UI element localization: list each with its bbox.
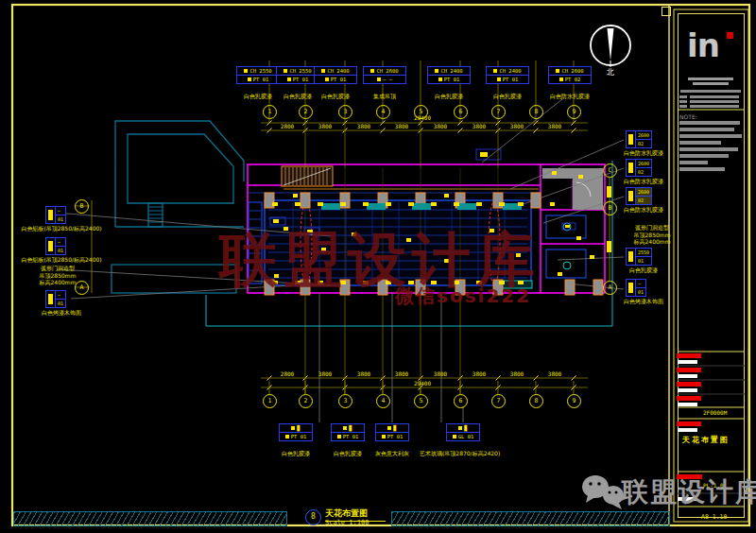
light-fixture	[318, 202, 323, 206]
light-fixture	[454, 202, 459, 206]
north-arrow-icon	[591, 26, 630, 67]
bottom-hatch-left	[13, 511, 287, 526]
light-fixture	[293, 194, 298, 198]
drawing-code-2: A8-1.10	[701, 513, 727, 521]
light-fixture	[476, 202, 482, 206]
note-label: NOTE:	[679, 113, 697, 120]
light-fixture	[499, 202, 505, 206]
wechat-icon	[576, 471, 626, 510]
light-fixture	[340, 202, 346, 206]
column	[593, 280, 603, 295]
light-fixture	[272, 202, 278, 206]
bottom-hatch-right	[391, 511, 670, 526]
light-fixture	[431, 202, 437, 206]
light-fixture	[550, 202, 555, 206]
light-fixture	[408, 202, 414, 206]
light-fixture	[552, 171, 557, 175]
light-fixture	[444, 194, 449, 198]
light-fixture	[590, 255, 594, 259]
teal-beam	[367, 203, 386, 210]
north-label: 北	[603, 67, 618, 77]
logo-red-dot	[727, 32, 733, 39]
light-fixture	[295, 202, 301, 206]
column	[531, 193, 541, 208]
light-fixture	[576, 236, 581, 240]
axis-pill	[607, 186, 611, 198]
column	[301, 193, 310, 208]
drawing-title-scale: Scale 1:100	[325, 519, 369, 526]
company-logo: in	[687, 26, 719, 64]
light-fixture	[386, 202, 391, 206]
cad-sheet: 8 天花布置图 Scale 1:100 北 in NOTE: 2F0000M 天…	[0, 0, 756, 533]
teal-beam	[412, 203, 431, 210]
drawing-title-bubble: 8	[305, 509, 321, 525]
teal-beam	[457, 203, 476, 210]
watermark-bottom: 联盟设计库	[622, 474, 756, 510]
light-fixture	[363, 202, 369, 206]
project-field: 2F0000M	[703, 409, 727, 417]
watermark-center-sub: 微信sosi222	[395, 284, 531, 309]
teal-beam	[321, 203, 340, 210]
axis-pill	[607, 241, 611, 252]
titleblock-drawing-name: 天花布置图	[682, 435, 730, 445]
plan-stairs	[282, 166, 333, 186]
gray-leader-line	[482, 99, 562, 163]
corridor-lines	[248, 189, 541, 193]
light-fixture	[578, 175, 583, 179]
light-fixture	[518, 202, 524, 206]
